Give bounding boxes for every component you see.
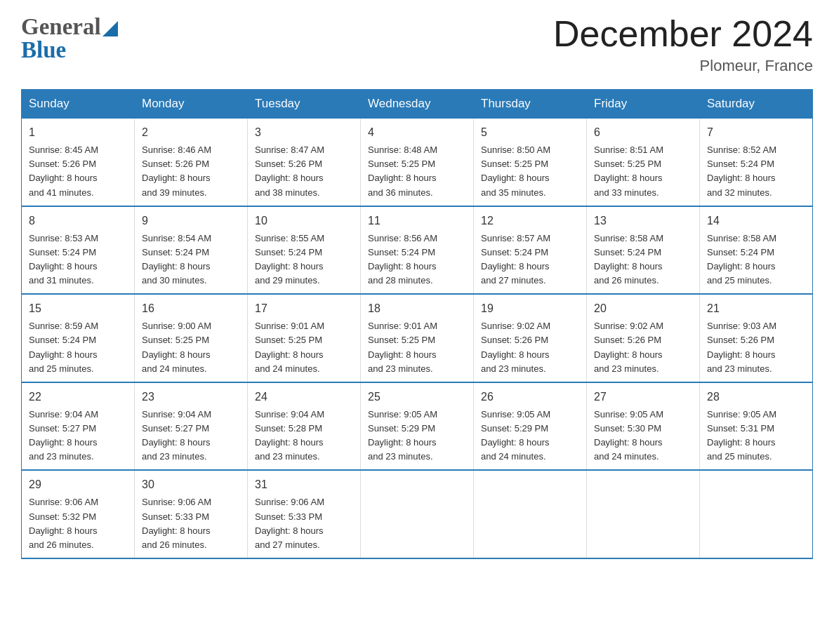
day-info: Sunrise: 8:47 AMSunset: 5:26 PMDaylight:… <box>255 143 353 200</box>
day-number: 27 <box>594 389 692 405</box>
day-number: 29 <box>29 476 127 493</box>
day-info: Sunrise: 9:03 AMSunset: 5:26 PMDaylight:… <box>707 319 805 376</box>
svg-marker-0 <box>102 21 118 36</box>
col-header-thursday: Thursday <box>474 90 587 119</box>
day-number: 26 <box>481 389 579 405</box>
day-info: Sunrise: 8:48 AMSunset: 5:25 PMDaylight:… <box>368 143 466 200</box>
day-info: Sunrise: 9:05 AMSunset: 5:31 PMDaylight:… <box>707 408 805 464</box>
col-header-wednesday: Wednesday <box>361 90 474 119</box>
calendar-cell: 14Sunrise: 8:58 AMSunset: 5:24 PMDayligh… <box>700 206 813 295</box>
day-number: 11 <box>368 213 466 229</box>
calendar-table: SundayMondayTuesdayWednesdayThursdayFrid… <box>21 89 813 559</box>
day-number: 10 <box>255 213 353 229</box>
day-number: 16 <box>142 300 240 317</box>
day-number: 24 <box>255 389 353 405</box>
day-number: 8 <box>29 213 127 229</box>
day-number: 2 <box>142 124 240 141</box>
day-number: 20 <box>594 300 692 317</box>
day-info: Sunrise: 8:58 AMSunset: 5:24 PMDaylight:… <box>594 232 692 288</box>
day-number: 28 <box>707 389 805 405</box>
day-info: Sunrise: 8:51 AMSunset: 5:25 PMDaylight:… <box>594 143 692 200</box>
calendar-cell: 31Sunrise: 9:06 AMSunset: 5:33 PMDayligh… <box>248 470 361 558</box>
day-info: Sunrise: 8:57 AMSunset: 5:24 PMDaylight:… <box>481 232 579 288</box>
day-info: Sunrise: 9:02 AMSunset: 5:26 PMDaylight:… <box>481 319 579 376</box>
calendar-cell: 10Sunrise: 8:55 AMSunset: 5:24 PMDayligh… <box>248 206 361 295</box>
page-subtitle: Plomeur, France <box>553 57 813 75</box>
day-info: Sunrise: 9:01 AMSunset: 5:25 PMDaylight:… <box>255 319 353 376</box>
title-block: December 2024 Plomeur, France <box>553 14 813 75</box>
logo-triangle-icon <box>102 21 118 36</box>
calendar-cell: 27Sunrise: 9:05 AMSunset: 5:30 PMDayligh… <box>587 382 700 471</box>
calendar-cell: 30Sunrise: 9:06 AMSunset: 5:33 PMDayligh… <box>135 470 248 558</box>
calendar-cell <box>474 470 587 558</box>
day-info: Sunrise: 9:04 AMSunset: 5:28 PMDaylight:… <box>255 408 353 464</box>
day-number: 5 <box>481 124 579 141</box>
day-info: Sunrise: 8:59 AMSunset: 5:24 PMDaylight:… <box>29 319 127 376</box>
calendar-cell: 26Sunrise: 9:05 AMSunset: 5:29 PMDayligh… <box>474 382 587 471</box>
col-header-monday: Monday <box>135 90 248 119</box>
col-header-saturday: Saturday <box>700 90 813 119</box>
col-header-tuesday: Tuesday <box>248 90 361 119</box>
day-info: Sunrise: 9:06 AMSunset: 5:33 PMDaylight:… <box>142 495 240 552</box>
calendar-cell: 21Sunrise: 9:03 AMSunset: 5:26 PMDayligh… <box>700 294 813 382</box>
calendar-cell: 11Sunrise: 8:56 AMSunset: 5:24 PMDayligh… <box>361 206 474 295</box>
day-number: 25 <box>368 389 466 405</box>
day-number: 30 <box>142 476 240 493</box>
calendar-cell: 18Sunrise: 9:01 AMSunset: 5:25 PMDayligh… <box>361 294 474 382</box>
day-info: Sunrise: 8:45 AMSunset: 5:26 PMDaylight:… <box>29 143 127 200</box>
day-info: Sunrise: 9:06 AMSunset: 5:32 PMDaylight:… <box>29 495 127 552</box>
calendar-cell <box>700 470 813 558</box>
day-number: 13 <box>594 213 692 229</box>
logo-general-text: General <box>21 14 101 40</box>
calendar-cell: 13Sunrise: 8:58 AMSunset: 5:24 PMDayligh… <box>587 206 700 295</box>
day-number: 18 <box>368 300 466 317</box>
col-header-friday: Friday <box>587 90 700 119</box>
day-info: Sunrise: 8:55 AMSunset: 5:24 PMDaylight:… <box>255 232 353 288</box>
day-info: Sunrise: 9:04 AMSunset: 5:27 PMDaylight:… <box>29 408 127 464</box>
calendar-cell <box>587 470 700 558</box>
day-number: 23 <box>142 389 240 405</box>
day-number: 17 <box>255 300 353 317</box>
logo: General Blue <box>21 14 118 63</box>
page-title: December 2024 <box>553 14 813 54</box>
day-info: Sunrise: 9:00 AMSunset: 5:25 PMDaylight:… <box>142 319 240 376</box>
calendar-week-row: 8Sunrise: 8:53 AMSunset: 5:24 PMDaylight… <box>22 206 813 295</box>
day-number: 9 <box>142 213 240 229</box>
day-info: Sunrise: 9:05 AMSunset: 5:30 PMDaylight:… <box>594 408 692 464</box>
calendar-cell: 3Sunrise: 8:47 AMSunset: 5:26 PMDaylight… <box>248 119 361 206</box>
calendar-cell: 17Sunrise: 9:01 AMSunset: 5:25 PMDayligh… <box>248 294 361 382</box>
day-info: Sunrise: 9:05 AMSunset: 5:29 PMDaylight:… <box>368 408 466 464</box>
calendar-header-row: SundayMondayTuesdayWednesdayThursdayFrid… <box>22 90 813 119</box>
day-info: Sunrise: 8:56 AMSunset: 5:24 PMDaylight:… <box>368 232 466 288</box>
day-info: Sunrise: 9:05 AMSunset: 5:29 PMDaylight:… <box>481 408 579 464</box>
day-info: Sunrise: 8:52 AMSunset: 5:24 PMDaylight:… <box>707 143 805 200</box>
calendar-cell: 16Sunrise: 9:00 AMSunset: 5:25 PMDayligh… <box>135 294 248 382</box>
logo-blue-text: Blue <box>21 37 66 62</box>
calendar-cell: 2Sunrise: 8:46 AMSunset: 5:26 PMDaylight… <box>135 119 248 206</box>
calendar-cell: 25Sunrise: 9:05 AMSunset: 5:29 PMDayligh… <box>361 382 474 471</box>
day-number: 12 <box>481 213 579 229</box>
day-number: 22 <box>29 389 127 405</box>
day-number: 3 <box>255 124 353 141</box>
day-number: 14 <box>707 213 805 229</box>
calendar-cell: 7Sunrise: 8:52 AMSunset: 5:24 PMDaylight… <box>700 119 813 206</box>
calendar-cell: 15Sunrise: 8:59 AMSunset: 5:24 PMDayligh… <box>22 294 135 382</box>
day-info: Sunrise: 8:50 AMSunset: 5:25 PMDaylight:… <box>481 143 579 200</box>
col-header-sunday: Sunday <box>22 90 135 119</box>
calendar-cell <box>361 470 474 558</box>
calendar-cell: 20Sunrise: 9:02 AMSunset: 5:26 PMDayligh… <box>587 294 700 382</box>
day-info: Sunrise: 9:04 AMSunset: 5:27 PMDaylight:… <box>142 408 240 464</box>
day-info: Sunrise: 9:01 AMSunset: 5:25 PMDaylight:… <box>368 319 466 376</box>
day-number: 15 <box>29 300 127 317</box>
day-number: 19 <box>481 300 579 317</box>
day-number: 21 <box>707 300 805 317</box>
day-number: 7 <box>707 124 805 141</box>
calendar-cell: 12Sunrise: 8:57 AMSunset: 5:24 PMDayligh… <box>474 206 587 295</box>
day-info: Sunrise: 8:54 AMSunset: 5:24 PMDaylight:… <box>142 232 240 288</box>
day-info: Sunrise: 8:46 AMSunset: 5:26 PMDaylight:… <box>142 143 240 200</box>
page-header: General Blue December 2024 Plomeur, Fran… <box>21 14 813 75</box>
calendar-week-row: 22Sunrise: 9:04 AMSunset: 5:27 PMDayligh… <box>22 382 813 471</box>
calendar-cell: 9Sunrise: 8:54 AMSunset: 5:24 PMDaylight… <box>135 206 248 295</box>
day-number: 6 <box>594 124 692 141</box>
calendar-week-row: 29Sunrise: 9:06 AMSunset: 5:32 PMDayligh… <box>22 470 813 558</box>
